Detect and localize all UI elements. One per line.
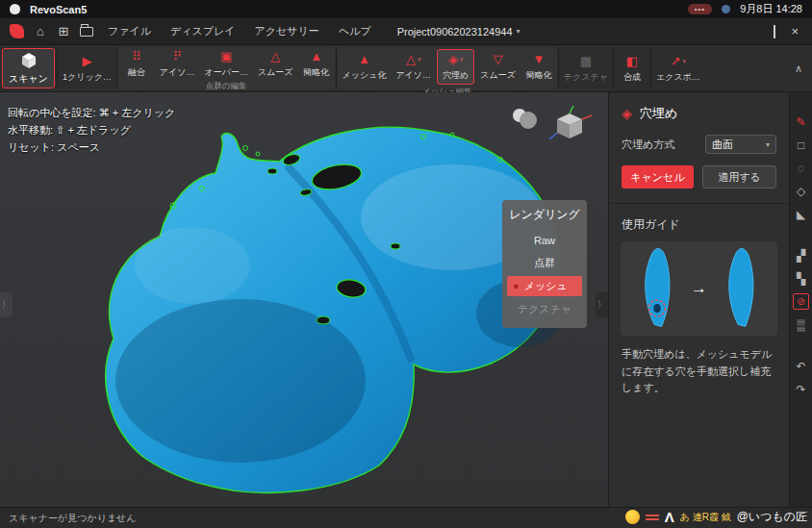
isolation-mesh-button[interactable]: △▾ アイソ… xyxy=(391,47,436,87)
guide-model-before xyxy=(635,245,679,332)
project-selector[interactable]: Project09062023124944 ▾ xyxy=(397,26,520,38)
menu-accessory[interactable]: アクセサリー xyxy=(248,24,326,38)
hint-rotate: 回転の中心を設定: ⌘ + 左クリック xyxy=(8,104,175,121)
emoji-ball-icon xyxy=(625,510,640,524)
chevron-right-icon: 〉 xyxy=(2,298,12,312)
simplify-mesh-button[interactable]: ▼ 簡略化 xyxy=(520,47,557,87)
bottom-right-overlay: Λ あ 連R霞 鉞 @いつもの匠 xyxy=(625,509,807,525)
redo-icon[interactable]: ↷ xyxy=(793,381,809,397)
left-panel-expander[interactable]: 〉 xyxy=(0,292,13,317)
render-option-texture[interactable]: テクスチャ xyxy=(507,299,582,319)
hint-reset: リセット: スペース xyxy=(8,138,175,156)
isolation-pc-icon: ⠟ xyxy=(172,50,182,63)
pen-select-icon[interactable]: ✎ xyxy=(793,113,809,130)
simplify-pc-icon: ▲ xyxy=(310,50,322,63)
main-toolbar: スキャン ▶ 1クリック… ⠿ 融合 ⠟ アイソ… ▣ オーバー… △ スムーズ xyxy=(0,45,812,92)
smooth-pc-button[interactable]: △ スムーズ xyxy=(253,47,298,81)
chevron-right-icon: 〉 xyxy=(597,298,607,312)
connected-domain-icon[interactable]: ▞ xyxy=(793,247,809,264)
overlay-text: あ 連R霞 鉞 xyxy=(680,511,731,524)
smooth-pc-icon: △ xyxy=(270,50,280,63)
menu-file[interactable]: ファイル xyxy=(101,24,158,38)
toolbar-collapse-icon[interactable]: ∧ xyxy=(785,63,812,75)
home-icon[interactable]: ⌂ xyxy=(32,23,49,40)
orientation-gizmo[interactable] xyxy=(545,104,595,150)
lambda-mark: Λ xyxy=(665,509,674,525)
rect-select-icon[interactable]: □ xyxy=(793,137,809,153)
lasso-select-icon[interactable]: ◌ xyxy=(793,160,809,176)
fuse-button[interactable]: ⠿ 融合 xyxy=(118,47,155,81)
hole-fill-icon: ◈ xyxy=(448,53,458,66)
panel-title: 穴埋め xyxy=(640,105,677,122)
chevron-down-icon: ▾ xyxy=(418,53,421,66)
paint-select-icon[interactable]: ◣ xyxy=(793,206,809,222)
scan-mode-button[interactable]: スキャン xyxy=(2,48,55,88)
scanner-status-message: スキャナーが見つかりません xyxy=(9,512,137,525)
clear-selection-icon[interactable]: ⊘ xyxy=(793,293,809,310)
overlap-icon: ▣ xyxy=(220,50,232,63)
smooth-mesh-icon: ▽ xyxy=(494,53,503,66)
undo-icon[interactable]: ↶ xyxy=(793,358,809,374)
project-name: Project09062023124944 xyxy=(397,26,513,38)
isolation-mesh-icon: △ xyxy=(406,53,416,66)
menubar-datetime[interactable]: 9月8日 14:28 xyxy=(740,2,802,16)
guide-description: 手動穴埋めは、メッシュモデルに存在する穴を手動選択し補充します。 xyxy=(609,336,789,408)
screen-recording-indicator[interactable]: ••• xyxy=(688,4,712,14)
hint-pan: 水平移動: ⇧ + 左ドラッグ xyxy=(8,121,175,138)
guide-model-after xyxy=(719,245,763,332)
3d-viewport[interactable]: 回転の中心を設定: ⌘ + 左クリック 水平移動: ⇧ + 左ドラッグ リセット… xyxy=(0,92,608,507)
render-option-mesh[interactable]: ■ メッシュ xyxy=(507,276,582,296)
light-spheres-icon xyxy=(510,104,539,133)
window-close-button[interactable]: × xyxy=(791,25,799,38)
meshify-icon: ▲ xyxy=(358,53,370,66)
new-project-icon[interactable]: ⊞ xyxy=(55,23,72,40)
one-click-icon: ▶ xyxy=(82,55,91,68)
export-icon: ↗ xyxy=(671,55,681,68)
apple-logo-icon[interactable] xyxy=(10,4,20,14)
window-maximize-button[interactable] xyxy=(774,26,775,38)
menubar-status-icon[interactable] xyxy=(722,5,730,13)
texture-icon: ▦ xyxy=(580,55,592,68)
one-click-button[interactable]: ▶ 1クリック… xyxy=(58,45,116,91)
smooth-mesh-button[interactable]: ▽ スムーズ xyxy=(475,47,520,87)
render-option-raw[interactable]: Raw xyxy=(507,230,582,250)
overlap-button[interactable]: ▣ オーバー… xyxy=(200,47,253,81)
cancel-button[interactable]: キャンセル xyxy=(622,165,694,189)
hole-fill-panel: ◈ 穴埋め 穴埋め方式 曲面 ▾ キャンセル 適用する 使用ガイド → 手動穴埋… xyxy=(608,92,789,507)
polygon-select-icon[interactable]: ◇ xyxy=(793,183,809,199)
invert-selection-icon[interactable]: ▚ xyxy=(793,270,809,287)
simplify-pc-button[interactable]: ▲ 簡略化 xyxy=(298,47,335,81)
export-button[interactable]: ↗▾ エクスポ… xyxy=(651,45,705,91)
meshify-button[interactable]: ▲ メッシュ化 xyxy=(338,47,392,87)
mesh-bullet-icon: ■ xyxy=(514,283,519,290)
panel-header: ◈ 穴埋め xyxy=(609,92,789,133)
texture-button[interactable]: ▦ テクスチャ xyxy=(559,45,613,91)
guide-title: 使用ガイド xyxy=(609,204,789,241)
chevron-down-icon: ▾ xyxy=(460,53,464,66)
render-option-pointcloud[interactable]: 点群 xyxy=(507,253,582,273)
merge-icon: ◧ xyxy=(626,55,638,68)
chevron-down-icon: ▾ xyxy=(683,55,687,68)
right-panel-collapser[interactable]: 〉 xyxy=(596,292,608,317)
method-select[interactable]: 曲面 ▾ xyxy=(705,135,776,154)
open-folder-icon[interactable] xyxy=(78,23,95,40)
mesh-edit-group: ▲ メッシュ化 △▾ アイソ… ◈▾ 穴埋め ▽ スムーズ ▼ 簡略化 メッシュ… xyxy=(338,47,557,89)
render-mode-panel: レンダリング Raw 点群 ■ メッシュ テクスチャ xyxy=(502,200,587,328)
merge-button[interactable]: ◧ 合成 xyxy=(614,45,650,91)
revoscan-logo xyxy=(10,24,24,38)
watermark: @いつもの匠 xyxy=(737,509,807,525)
hole-fill-icon: ◈ xyxy=(622,107,632,120)
delete-selection-icon[interactable]: ▒ xyxy=(793,316,809,333)
hole-fill-button[interactable]: ◈▾ 穴埋め xyxy=(437,49,474,85)
chevron-down-icon: ▾ xyxy=(766,140,770,149)
scan-cube-icon xyxy=(19,51,38,70)
viewport-nav-widgets[interactable] xyxy=(510,104,595,150)
simplify-mesh-icon: ▼ xyxy=(532,53,545,66)
render-panel-title: レンダリング xyxy=(507,207,582,223)
isolation-pc-button[interactable]: ⠟ アイソ… xyxy=(155,47,200,81)
fuse-icon: ⠿ xyxy=(132,50,141,63)
menubar-app-name[interactable]: RevoScan5 xyxy=(30,4,87,15)
apply-button[interactable]: 適用する xyxy=(702,165,776,189)
menu-help[interactable]: ヘルプ xyxy=(332,24,378,38)
menu-display[interactable]: ディスプレイ xyxy=(164,24,242,38)
